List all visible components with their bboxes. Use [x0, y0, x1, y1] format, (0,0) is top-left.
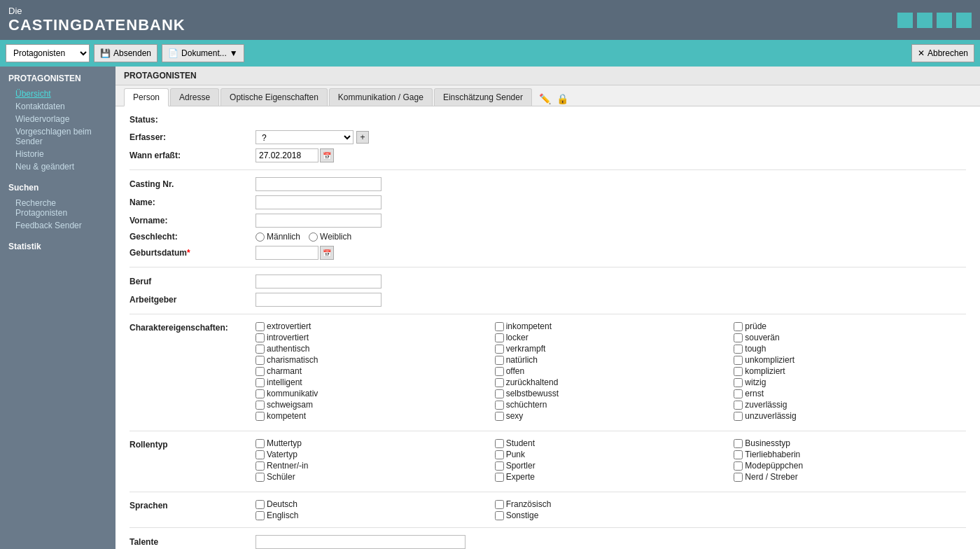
- cb-natuerlich[interactable]: natürlich: [495, 355, 727, 365]
- cb-experte[interactable]: Experte: [495, 472, 727, 482]
- divider-4: [130, 431, 966, 431]
- radio-weiblich-label[interactable]: Weiblich: [309, 232, 351, 242]
- cb-offen[interactable]: offen: [495, 366, 727, 376]
- cb-unkompliziert[interactable]: unkompliziert: [734, 355, 966, 365]
- header-icon-2[interactable]: [917, 13, 932, 28]
- cb-schweigsam[interactable]: schweigsam: [255, 400, 488, 410]
- cb-modepueppchen[interactable]: Modepüppchen: [734, 461, 966, 471]
- cb-zuverlaessig[interactable]: zuverlässig: [734, 400, 966, 410]
- radio-maennlich-label[interactable]: Männlich: [255, 232, 300, 242]
- wann-input[interactable]: [255, 148, 318, 162]
- cb-charmant[interactable]: charmant: [255, 366, 488, 376]
- sprachen-grid: Deutsch Französisch Englisch Sonstige: [255, 499, 966, 520]
- sidebar-suchen-title: Suchen: [8, 183, 107, 193]
- cb-rentner[interactable]: Rentner/-in: [255, 461, 488, 471]
- dokument-button[interactable]: 📄 Dokument... ▼: [162, 44, 244, 62]
- cb-selbstbewusst[interactable]: selbstbewusst: [495, 389, 727, 398]
- cb-nerd[interactable]: Nerd / Streber: [734, 472, 966, 482]
- cb-verkrampft[interactable]: verkrampft: [495, 344, 727, 354]
- cb-schuechtern[interactable]: schüchtern: [495, 400, 727, 410]
- header-icon-1[interactable]: [897, 13, 913, 28]
- cb-student[interactable]: Student: [495, 438, 727, 448]
- cb-sportler[interactable]: Sportler: [495, 461, 727, 471]
- cb-introvertiert[interactable]: introvertiert: [255, 333, 488, 342]
- geschlecht-value: Männlich Weiblich: [255, 232, 966, 242]
- cb-kommunikativ[interactable]: kommunikativ: [255, 389, 488, 398]
- cb-inkompetent[interactable]: inkompetent: [495, 321, 727, 331]
- cb-locker[interactable]: locker: [495, 333, 727, 342]
- absenden-button[interactable]: 💾 Absenden: [94, 44, 158, 62]
- cb-muttertyp[interactable]: Muttertyp: [255, 438, 488, 448]
- geburtsdatum-label: Geburtsdatum: [130, 248, 255, 258]
- sidebar-item-wiedervorlage[interactable]: Wiedervorlage: [8, 113, 107, 125]
- header-icon-4[interactable]: [956, 13, 972, 28]
- protagonisten-dropdown[interactable]: Protagonisten: [6, 44, 90, 62]
- cb-deutsch[interactable]: Deutsch: [255, 499, 488, 509]
- sidebar-item-historie[interactable]: Historie: [8, 148, 107, 160]
- cb-tough[interactable]: tough: [734, 344, 966, 354]
- radio-maennlich[interactable]: [255, 232, 265, 242]
- erfasser-add-button[interactable]: +: [356, 131, 369, 144]
- sidebar-item-feedback[interactable]: Feedback Sender: [8, 219, 107, 232]
- dropdown-arrow-icon: ▼: [230, 48, 238, 58]
- cb-kompliziert[interactable]: kompliziert: [734, 366, 966, 376]
- header-icon-3[interactable]: [937, 13, 952, 28]
- cb-businesstyp[interactable]: Businesstyp: [734, 438, 966, 448]
- geburtsdatum-calendar-button[interactable]: 📅: [320, 246, 334, 260]
- beruf-label: Beruf: [130, 277, 255, 286]
- header: Die CASTINGDATENBANK: [0, 0, 980, 40]
- edit-icon[interactable]: ✏️: [538, 92, 552, 106]
- sidebar-item-vorgeschlagen[interactable]: Vorgeschlagen beim Sender: [8, 125, 107, 148]
- casting-nr-row: Casting Nr.: [130, 177, 966, 191]
- cb-sexy[interactable]: sexy: [495, 411, 727, 421]
- tab-action-icons: ✏️ 🔒: [538, 92, 570, 106]
- cb-witzig[interactable]: witzig: [734, 377, 966, 387]
- arbeitgeber-input[interactable]: [255, 293, 382, 307]
- geburtsdatum-input[interactable]: [255, 246, 318, 260]
- cb-vatertyp[interactable]: Vatertyp: [255, 450, 488, 459]
- cb-sonstige[interactable]: Sonstige: [495, 510, 727, 520]
- talente-row: Talente: [130, 535, 966, 549]
- wann-calendar-button[interactable]: 📅: [320, 148, 334, 162]
- cb-zurueckhaltend[interactable]: zurückhaltend: [495, 377, 727, 387]
- wann-date-group: 📅: [255, 148, 966, 162]
- vorname-input[interactable]: [255, 214, 382, 228]
- tab-einschaetzung[interactable]: Einschätzung Sender: [434, 88, 532, 106]
- erfasser-select[interactable]: ?: [255, 130, 354, 144]
- cb-punk[interactable]: Punk: [495, 450, 727, 459]
- radio-weiblich[interactable]: [309, 232, 318, 242]
- tab-person[interactable]: Person: [124, 88, 169, 106]
- cb-franzoesisch[interactable]: Französisch: [495, 499, 727, 509]
- sidebar-item-neu-geaendert[interactable]: Neu & geändert: [8, 160, 107, 173]
- cb-ernst[interactable]: ernst: [734, 389, 966, 398]
- cb-englisch[interactable]: Englisch: [255, 510, 488, 520]
- brand-name: CASTINGDATENBANK: [8, 16, 186, 34]
- save-icon: 💾: [100, 48, 111, 58]
- cb-souveraen[interactable]: souverän: [734, 333, 966, 342]
- cb-kompetent[interactable]: kompetent: [255, 411, 488, 421]
- cb-charismatisch[interactable]: charismatisch: [255, 355, 488, 365]
- toolbar: Protagonisten 💾 Absenden 📄 Dokument... ▼…: [0, 40, 980, 67]
- cb-pruede[interactable]: prüde: [734, 321, 966, 331]
- rollentyp-checkboxes: Muttertyp Student Businesstyp Vatertyp P…: [255, 438, 966, 485]
- talente-input[interactable]: [255, 535, 465, 549]
- tab-kommunikation[interactable]: Kommunikation / Gage: [329, 88, 433, 106]
- cb-extrovertiert[interactable]: extrovertiert: [255, 321, 488, 331]
- lock-icon[interactable]: 🔒: [555, 92, 570, 106]
- sidebar-item-recherche[interactable]: Recherche Protagonisten: [8, 197, 107, 219]
- cb-schueler[interactable]: Schüler: [255, 472, 488, 482]
- cb-tierliebhaberin[interactable]: Tierliebhaberin: [734, 450, 966, 459]
- cb-intelligent[interactable]: intelligent: [255, 377, 488, 387]
- beruf-input[interactable]: [255, 274, 382, 289]
- casting-nr-input[interactable]: [255, 177, 382, 191]
- tab-adresse[interactable]: Adresse: [170, 88, 219, 106]
- cb-unzuverlaessig[interactable]: unzuverlässig: [734, 411, 966, 421]
- sprachen-label: Sprachen: [130, 499, 255, 510]
- name-input[interactable]: [255, 195, 382, 209]
- abbrechen-button[interactable]: ✕ Abbrechen: [911, 44, 974, 62]
- sidebar-item-kontaktdaten[interactable]: Kontaktdaten: [8, 100, 107, 113]
- cb-authentisch[interactable]: authentisch: [255, 344, 488, 354]
- tab-optische-eigenschaften[interactable]: Optische Eigenschaften: [220, 88, 328, 106]
- rollentyp-grid: Muttertyp Student Businesstyp Vatertyp P…: [255, 438, 966, 482]
- sidebar-item-uebersicht[interactable]: Übersicht: [8, 88, 107, 100]
